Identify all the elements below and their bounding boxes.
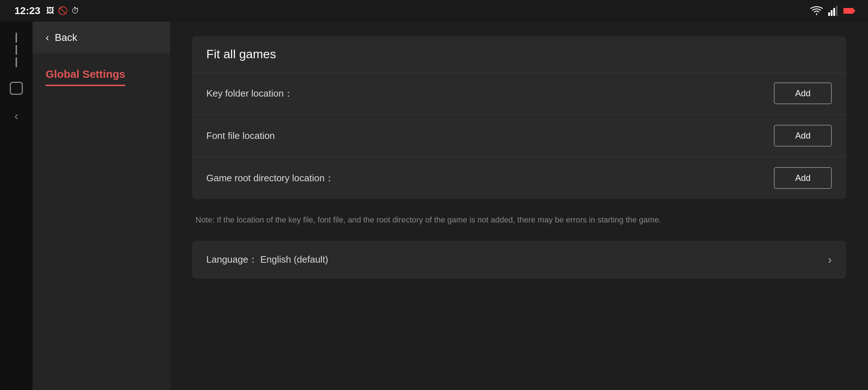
- back-button[interactable]: ‹ Back: [33, 22, 170, 54]
- language-label: Language： English (default): [206, 253, 328, 266]
- fit-all-games-title: Fit all games: [192, 36, 846, 72]
- status-bar-left: 12:23 🖼 🚫 ⏱: [14, 5, 79, 17]
- game-root-add-button[interactable]: Add: [774, 167, 832, 189]
- edge-bar: ‹: [0, 22, 33, 390]
- main-layout: ‹ ‹ Back Global Settings Fit all games K…: [0, 22, 868, 390]
- sidebar-nav: Global Settings: [33, 54, 170, 101]
- font-file-add-button[interactable]: Add: [774, 125, 832, 147]
- clock-icon: ⏱: [71, 6, 79, 16]
- svg-rect-0: [828, 12, 830, 16]
- font-file-row: Font file location Add: [192, 115, 846, 157]
- sidebar: ‹ Back Global Settings: [33, 22, 170, 390]
- status-time: 12:23: [14, 5, 41, 17]
- font-file-label: Font file location: [206, 130, 275, 141]
- note-text: Note: If the location of the key file, f…: [192, 210, 846, 230]
- key-folder-label: Key folder location：: [206, 87, 293, 100]
- wifi-icon: [810, 6, 823, 16]
- status-bar-right: [810, 6, 854, 16]
- svg-rect-2: [833, 8, 835, 16]
- back-label: Back: [55, 32, 77, 43]
- note-container: Note: If the location of the key file, f…: [192, 210, 846, 230]
- back-edge-icon[interactable]: ‹: [14, 109, 18, 123]
- svg-rect-1: [831, 10, 833, 16]
- back-chevron-icon: ‹: [46, 32, 49, 43]
- status-bar: 12:23 🖼 🚫 ⏱: [0, 0, 868, 22]
- key-folder-add-button[interactable]: Add: [774, 82, 832, 104]
- block-icon: 🚫: [58, 6, 68, 16]
- language-card[interactable]: Language： English (default) ›: [192, 241, 846, 279]
- menu-lines-icon: [16, 33, 17, 67]
- global-settings-nav-item[interactable]: Global Settings: [46, 68, 125, 86]
- signal-icon: [828, 6, 838, 16]
- photo-icon: 🖼: [46, 6, 54, 16]
- content-area: Fit all games Key folder location： Add F…: [170, 22, 868, 390]
- game-root-label: Game root directory location：: [206, 172, 334, 185]
- chevron-right-icon: ›: [828, 253, 832, 266]
- language-row[interactable]: Language： English (default) ›: [192, 241, 846, 279]
- status-icons: 🖼 🚫 ⏱: [46, 6, 79, 16]
- key-folder-row: Key folder location： Add: [192, 72, 846, 115]
- battery-icon: [843, 8, 854, 14]
- svg-rect-3: [836, 6, 838, 16]
- square-icon: [10, 82, 23, 95]
- game-root-row: Game root directory location： Add: [192, 157, 846, 199]
- fit-all-games-card: Fit all games Key folder location： Add F…: [192, 36, 846, 199]
